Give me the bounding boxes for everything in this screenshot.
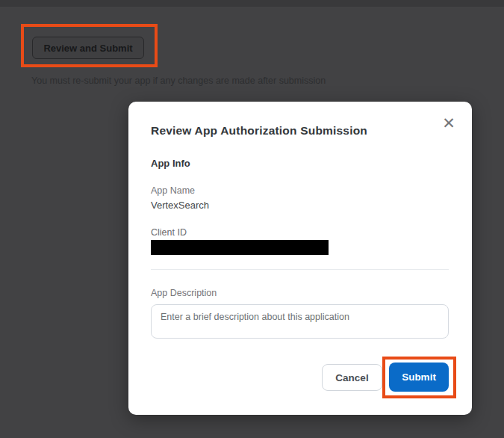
submit-button[interactable]: Submit xyxy=(389,363,449,392)
close-icon[interactable]: ✕ xyxy=(437,111,461,135)
cancel-button[interactable]: Cancel xyxy=(322,364,382,391)
app-name-label: App Name xyxy=(151,185,195,196)
review-and-submit-button[interactable]: Review and Submit xyxy=(32,37,144,59)
app-description-input[interactable] xyxy=(151,304,449,339)
modal-title: Review App Authorization Submission xyxy=(151,124,367,138)
resubmit-note-text: You must re-submit your app if any chang… xyxy=(31,75,326,86)
app-description-label: App Description xyxy=(151,288,217,298)
client-id-redacted-value xyxy=(151,240,329,255)
app-name-value: VertexSearch xyxy=(151,200,209,211)
screen: Review and Submit You must re-submit you… xyxy=(0,0,504,438)
client-id-label: Client ID xyxy=(151,227,187,238)
review-submission-modal: Review App Authorization Submission ✕ Ap… xyxy=(128,102,472,415)
app-info-heading: App Info xyxy=(151,158,190,169)
section-divider xyxy=(151,269,449,270)
page-top-strip xyxy=(0,0,504,7)
